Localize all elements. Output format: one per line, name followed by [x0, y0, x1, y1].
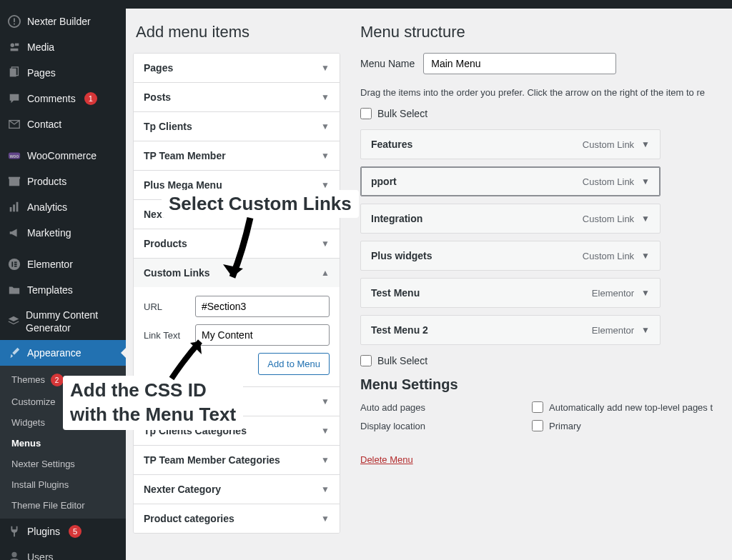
acc-plus-mega-menu[interactable]: Plus Mega Menu▼	[134, 171, 340, 200]
sidebar-item-products[interactable]: Products	[0, 169, 126, 194]
bulk-select-checkbox-top[interactable]	[360, 108, 372, 119]
menu-item-test-menu[interactable]: Test Menu Elementor▼	[360, 278, 661, 308]
acc-pages[interactable]: Pages▼	[134, 54, 340, 83]
menu-structure-heading: Menu structure	[360, 23, 732, 41]
submenu-widgets[interactable]: Widgets	[0, 412, 126, 433]
add-menu-items-column: Add menu items Pages▼ Posts▼ Tp Clients▼…	[126, 9, 352, 560]
chevron-down-icon: ▼	[321, 426, 330, 436]
sidebar-label: Nexter Builder	[27, 16, 91, 27]
chevron-down-icon: ▼	[641, 325, 650, 335]
chevron-down-icon: ▼	[641, 288, 650, 298]
delete-menu-link[interactable]: Delete Menu	[360, 454, 413, 465]
acc-tp-clients[interactable]: Tp Clients▼	[134, 112, 340, 141]
acc-nexter-category[interactable]: Nexter Category▼	[134, 475, 340, 504]
sidebar-item-comments[interactable]: Comments 1	[0, 86, 126, 111]
svg-rect-12	[9, 177, 20, 179]
submenu-install-plugins[interactable]: Install Plugins	[0, 474, 126, 495]
chevron-down-icon: ▼	[641, 214, 650, 224]
submenu-customize[interactable]: Customize	[0, 391, 126, 412]
acc-label: Pages	[144, 62, 173, 74]
folder-icon	[7, 283, 21, 297]
url-input[interactable]	[195, 296, 330, 317]
chevron-down-icon: ▼	[321, 209, 330, 219]
sidebar-item-templates[interactable]: Templates	[0, 277, 126, 303]
sidebar-item-plugins[interactable]: Plugins 5	[0, 519, 126, 544]
acc-tp-clients-categories[interactable]: Tp Clients Categories▼	[134, 416, 340, 446]
acc-label: Posts	[144, 91, 171, 103]
sidebar-item-pages[interactable]: Pages	[0, 60, 126, 86]
submenu-menus[interactable]: Menus	[0, 433, 126, 454]
menu-item-label: pport	[371, 176, 397, 187]
menu-settings-heading: Menu Settings	[360, 376, 732, 393]
sidebar-label: Marketing	[27, 227, 71, 239]
menu-item-features[interactable]: Features Custom Link▼	[360, 129, 661, 159]
svg-rect-1	[14, 19, 15, 22]
menu-item-test-menu-2[interactable]: Test Menu 2 Elementor▼	[360, 315, 661, 345]
sidebar-item-nexter-builder[interactable]: Nexter Builder	[0, 9, 126, 34]
bulk-select-checkbox-bottom[interactable]	[360, 355, 372, 366]
display-location-label: Display location	[360, 421, 532, 431]
acc-tp-team-categories[interactable]: TP Team Member Categories▼	[134, 446, 340, 475]
elementor-icon	[7, 257, 21, 271]
acc-label: Tp Clients	[144, 121, 192, 132]
chevron-down-icon: ▼	[321, 514, 330, 524]
plug-icon	[7, 524, 21, 539]
svg-rect-11	[9, 179, 19, 186]
menu-item-type: Elementor	[592, 325, 634, 336]
sidebar-item-appearance[interactable]: Appearance	[0, 340, 126, 366]
sidebar-label: Plugins	[27, 526, 60, 537]
acc-posts[interactable]: Posts▼	[134, 83, 340, 112]
menu-item-support[interactable]: pport Custom Link▼	[360, 166, 661, 196]
auto-add-checkbox[interactable]	[532, 401, 543, 413]
chevron-down-icon: ▼	[321, 92, 330, 102]
instructions-text: Drag the items into the order you prefer…	[360, 87, 732, 98]
menu-structure-column: Menu structure Menu Name Drag the items …	[352, 9, 732, 560]
svg-rect-17	[11, 261, 13, 266]
acc-label: Nexter Category	[144, 484, 221, 495]
menu-item-plus-widgets[interactable]: Plus widgets Custom Link▼	[360, 241, 661, 271]
primary-location-checkbox[interactable]	[532, 420, 543, 431]
sidebar-item-marketing[interactable]: Marketing	[0, 220, 126, 246]
bars-icon	[7, 200, 21, 214]
sidebar-item-analytics[interactable]: Analytics	[0, 194, 126, 220]
acc-product-categories[interactable]: Product categories▼	[134, 504, 340, 533]
sidebar-item-woocommerce[interactable]: woo WooCommerce	[0, 143, 126, 169]
add-items-heading: Add menu items	[136, 23, 340, 41]
submenu-themes[interactable]: Themes 2	[0, 369, 126, 391]
add-to-menu-button[interactable]: Add to Menu	[258, 353, 330, 375]
sidebar-item-elementor[interactable]: Elementor	[0, 251, 126, 277]
main-content: Add menu items Pages▼ Posts▼ Tp Clients▼…	[126, 9, 732, 560]
svg-rect-15	[16, 202, 19, 212]
sidebar-label: Appearance	[27, 347, 81, 359]
menu-item-integration[interactable]: Integration Custom Link▼	[360, 204, 661, 234]
svg-rect-18	[14, 261, 17, 263]
pages-icon	[7, 66, 21, 80]
acc-label: Products	[144, 238, 187, 249]
menu-item-label: Integration	[371, 213, 422, 224]
sidebar-item-dummy-content[interactable]: Dummy Content Generator	[0, 303, 126, 340]
acc-custom-links[interactable]: Custom Links▲ URL Link Text Add to Menu	[134, 259, 340, 387]
count-badge: 2	[51, 374, 64, 386]
sidebar-item-users[interactable]: Users	[0, 544, 126, 560]
link-text-input[interactable]	[195, 324, 330, 346]
sidebar-label: Analytics	[27, 201, 67, 213]
chevron-up-icon: ▲	[321, 268, 330, 278]
svg-point-3	[11, 44, 14, 47]
acc-nexter-builder[interactable]: Nexter Builder▼	[134, 200, 340, 229]
acc-tp-team-member[interactable]: TP Team Member▼	[134, 141, 340, 171]
submenu-nexter-settings[interactable]: Nexter Settings	[0, 454, 126, 474]
admin-sidebar: Nexter Builder Media Pages Comments 1 Co…	[0, 9, 126, 560]
svg-rect-20	[14, 266, 17, 267]
sidebar-label: Products	[27, 176, 66, 187]
add-items-accordion: Pages▼ Posts▼ Tp Clients▼ TP Team Member…	[133, 53, 340, 534]
acc-categories[interactable]: Categories▼	[134, 387, 340, 416]
acc-products[interactable]: Products▼	[134, 229, 340, 259]
svg-rect-2	[14, 24, 15, 25]
acc-label: Plus Mega Menu	[144, 179, 222, 191]
sidebar-item-media[interactable]: Media	[0, 34, 126, 60]
admin-topbar	[0, 0, 732, 9]
submenu-theme-file-editor[interactable]: Theme File Editor	[0, 495, 126, 516]
menu-name-input[interactable]	[423, 53, 616, 74]
svg-point-21	[11, 552, 16, 557]
sidebar-item-contact[interactable]: Contact	[0, 111, 126, 137]
